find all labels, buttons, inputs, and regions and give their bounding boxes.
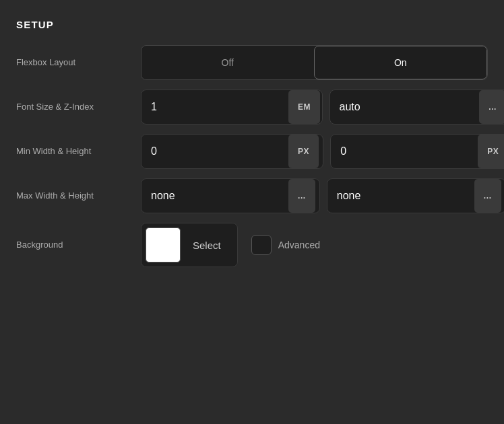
advanced-checkbox[interactable] — [251, 235, 272, 255]
font-size-controls: EM ... — [141, 90, 504, 125]
background-color-swatch — [146, 227, 181, 262]
min-height-input[interactable] — [340, 135, 478, 168]
max-height-input[interactable] — [337, 179, 474, 213]
z-index-input[interactable] — [340, 90, 480, 124]
font-size-input-group: EM — [141, 90, 323, 125]
flexbox-label: Flexbox Layout — [16, 57, 141, 69]
font-size-label: Font Size & Z-Index — [16, 101, 141, 113]
flexbox-toggle-group: Off On — [141, 45, 488, 80]
max-width-input[interactable] — [151, 179, 288, 213]
flexbox-controls: Off On — [141, 45, 488, 80]
max-width-label: Max Width & Height — [16, 190, 141, 202]
flexbox-off-button[interactable]: Off — [141, 46, 314, 79]
font-size-unit-button[interactable]: EM — [288, 90, 320, 124]
min-width-row: Min Width & Height PX PX — [16, 134, 488, 169]
max-width-unit-button[interactable]: ... — [288, 179, 315, 213]
background-row: Background Select Advanced — [16, 223, 488, 267]
z-index-input-group: ... — [329, 90, 504, 125]
max-width-controls: ... ... — [141, 178, 504, 213]
min-width-unit-button[interactable]: PX — [288, 135, 319, 168]
min-height-input-group: PX — [330, 134, 504, 169]
min-height-unit-button[interactable]: PX — [478, 135, 504, 168]
min-width-input[interactable] — [151, 135, 288, 168]
min-width-label: Min Width & Height — [16, 145, 141, 157]
background-label: Background — [16, 239, 141, 251]
background-select-label: Select — [181, 240, 233, 251]
font-size-row: Font Size & Z-Index EM ... — [16, 90, 488, 125]
min-width-input-group: PX — [141, 134, 323, 169]
setup-panel: SETUP Flexbox Layout Off On Font Size & … — [0, 0, 504, 297]
max-height-unit-button[interactable]: ... — [474, 179, 501, 213]
max-width-row: Max Width & Height ... ... — [16, 178, 488, 213]
advanced-label: Advanced — [278, 240, 320, 250]
panel-title: SETUP — [16, 19, 488, 30]
flexbox-row: Flexbox Layout Off On — [16, 45, 488, 80]
background-select-button[interactable]: Select — [141, 223, 238, 267]
min-width-controls: PX PX — [141, 134, 504, 169]
z-index-unit-button[interactable]: ... — [479, 90, 504, 124]
advanced-group: Advanced — [245, 223, 327, 267]
flexbox-on-button[interactable]: On — [314, 46, 488, 79]
font-size-input[interactable] — [151, 90, 288, 124]
background-controls: Select Advanced — [141, 223, 488, 267]
max-width-input-group: ... — [141, 178, 320, 213]
max-height-input-group: ... — [327, 178, 504, 213]
